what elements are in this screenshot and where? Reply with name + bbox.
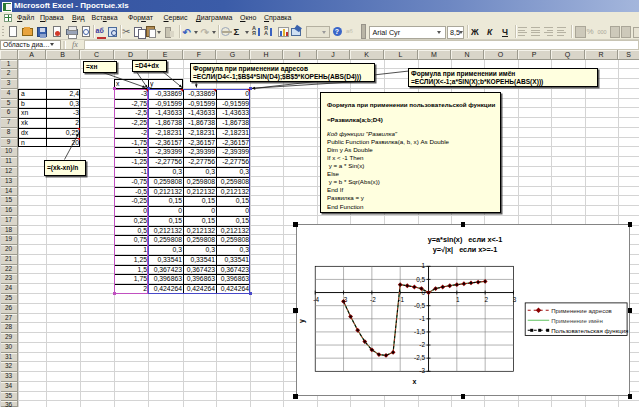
svg-text:2: 2 [484, 296, 488, 303]
svg-text:-3: -3 [419, 368, 425, 375]
svg-text:Применение адресов: Применение адресов [551, 307, 612, 314]
svg-text:y=a*sin(x) если x<-1: y=a*sin(x) если x<-1 [427, 236, 502, 245]
svg-text:Пользовательская функция: Пользовательская функция [551, 328, 628, 334]
svg-text:0,5: 0,5 [416, 276, 425, 283]
svg-text:1: 1 [456, 296, 460, 303]
svg-text:x: x [412, 379, 416, 386]
svg-text:-0,5: -0,5 [414, 302, 425, 309]
svg-text:-4: -4 [313, 296, 319, 303]
svg-text:-1: -1 [419, 315, 425, 322]
svg-text:3: 3 [512, 296, 516, 303]
svg-text:-2: -2 [370, 296, 376, 303]
svg-text:y=√|x| если x>=-1: y=√|x| если x>=-1 [432, 245, 497, 254]
svg-text:y: y [298, 319, 306, 323]
svg-text:-2,5: -2,5 [414, 355, 425, 362]
svg-text:-1,5: -1,5 [414, 328, 425, 335]
svg-text:-2: -2 [419, 342, 425, 349]
svg-text:Применение имён: Применение имён [551, 317, 603, 324]
svg-text:1: 1 [421, 263, 425, 270]
